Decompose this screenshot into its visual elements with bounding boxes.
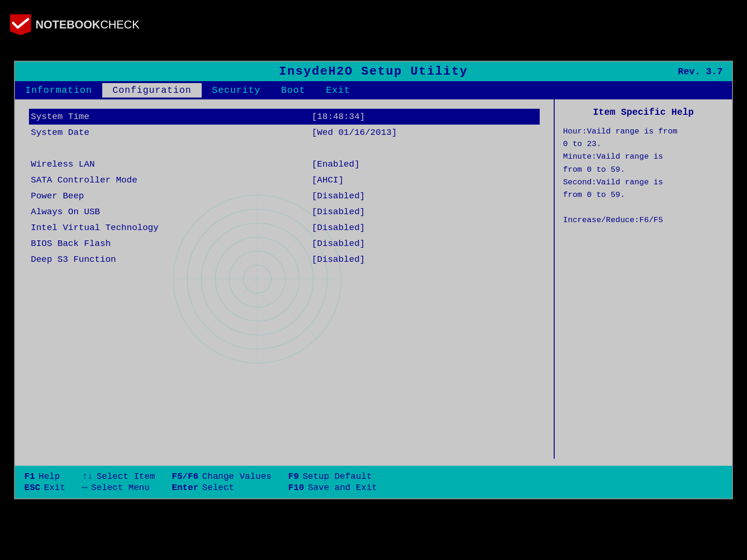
- row-system-date[interactable]: System Date [Wed 01/16/2013]: [29, 125, 540, 140]
- value-system-time: [18:48:34]: [310, 109, 540, 125]
- label-intel-vt: Intel Virtual Technology: [29, 220, 310, 236]
- label-sata-controller: SATA Controller Mode: [29, 172, 310, 188]
- desc-exit: Exit: [44, 483, 65, 493]
- bottom-row-f5f6: F5/F6 Change Values: [172, 471, 271, 482]
- value-system-date: [Wed 01/16/2013]: [310, 125, 540, 140]
- right-panel: Item Specific Help Hour:Vaild range is f…: [555, 99, 732, 459]
- value-deep-s3: [Disabled]: [310, 252, 540, 267]
- bottom-row-f1: F1 Help: [24, 471, 65, 482]
- logo-notebook-text: NOTEBOOK: [35, 18, 100, 31]
- help-title: Item Specific Help: [563, 107, 724, 118]
- bottom-rows-left: F1 Help ESC Exit: [24, 471, 65, 493]
- bottom-row-esc: ESC Exit: [24, 483, 65, 493]
- help-content: Hour:Vaild range is from0 to 23.Minute:V…: [563, 125, 724, 227]
- key-enter: Enter: [172, 483, 198, 493]
- value-intel-vt: [Disabled]: [310, 220, 540, 236]
- row-system-time[interactable]: System Time [18:48:34]: [29, 109, 540, 125]
- bios-title: InsydeH2O Setup Utility: [279, 64, 468, 78]
- key-leftright: ↔: [82, 483, 87, 493]
- desc-setup-default: Setup Default: [303, 471, 372, 482]
- key-f9: F9: [288, 471, 299, 482]
- desc-select-menu: Select Menu: [91, 483, 149, 493]
- row-deep-s3[interactable]: Deep S3 Function [Disabled]: [29, 252, 540, 267]
- key-esc: ESC: [24, 483, 40, 493]
- menu-item-information[interactable]: Information: [15, 83, 102, 98]
- settings-table: System Time [18:48:34] System Date [Wed …: [29, 109, 540, 267]
- row-bios-back-flash[interactable]: BIOS Back Flash [Disabled]: [29, 236, 540, 252]
- row-intel-vt[interactable]: Intel Virtual Technology [Disabled]: [29, 220, 540, 236]
- bottom-rows-f56: F5/F6 Change Values Enter Select: [172, 471, 271, 493]
- bottom-row-enter: Enter Select: [172, 483, 271, 493]
- row-wireless-lan[interactable]: Wireless LAN [Enabled]: [29, 156, 540, 172]
- notebookcheck-logo-icon: [8, 13, 33, 37]
- content-area: System Time [18:48:34] System Date [Wed …: [15, 99, 732, 459]
- bios-screen: InsydeH2O Setup Utility Rev. 3.7 Informa…: [14, 61, 733, 499]
- bottom-row-f10: F10 Save and Exit: [288, 483, 377, 493]
- menu-item-exit[interactable]: Exit: [316, 83, 360, 98]
- label-system-date: System Date: [29, 125, 310, 140]
- menu-item-security[interactable]: Security: [202, 83, 271, 98]
- key-f5f6: F5/F6: [172, 471, 198, 482]
- bottom-rows-right: F9 Setup Default F10 Save and Exit: [288, 471, 377, 493]
- key-f10: F10: [288, 483, 304, 493]
- value-power-beep: [Disabled]: [310, 188, 540, 204]
- label-deep-s3: Deep S3 Function: [29, 252, 310, 267]
- label-power-beep: Power Beep: [29, 188, 310, 204]
- key-updown: ↑↓: [82, 471, 93, 482]
- key-f1: F1: [24, 471, 35, 482]
- desc-save-exit: Save and Exit: [308, 483, 377, 493]
- menu-bar: Information Configuration Security Boot …: [15, 81, 732, 99]
- value-bios-back-flash: [Disabled]: [310, 236, 540, 252]
- bottom-row-f9: F9 Setup Default: [288, 471, 377, 482]
- left-panel: System Time [18:48:34] System Date [Wed …: [15, 99, 555, 459]
- value-always-on-usb: [Disabled]: [310, 204, 540, 220]
- desc-select: Select: [202, 483, 234, 493]
- desc-select-item: Select Item: [97, 471, 155, 482]
- bottom-bar: F1 Help ESC Exit ↑↓ Select Item ↔ Select…: [15, 466, 732, 498]
- menu-item-boot[interactable]: Boot: [271, 83, 316, 98]
- row-power-beep[interactable]: Power Beep [Disabled]: [29, 188, 540, 204]
- label-wireless-lan: Wireless LAN: [29, 156, 310, 172]
- label-always-on-usb: Always On USB: [29, 204, 310, 220]
- bottom-rows-arrows: ↑↓ Select Item ↔ Select Menu: [82, 471, 155, 493]
- logo-area: NOTEBOOKCHECK: [8, 8, 111, 41]
- bottom-row-updown: ↑↓ Select Item: [82, 471, 155, 482]
- menu-item-configuration[interactable]: Configuration: [102, 83, 202, 98]
- desc-change-values: Change Values: [202, 471, 271, 482]
- value-sata-controller: [AHCI]: [310, 172, 540, 188]
- bios-rev: Rev. 3.7: [678, 66, 723, 77]
- desc-help: Help: [39, 471, 60, 482]
- label-bios-back-flash: BIOS Back Flash: [29, 236, 310, 252]
- logo-check-text: CHECK: [100, 18, 140, 31]
- row-sata-controller[interactable]: SATA Controller Mode [AHCI]: [29, 172, 540, 188]
- value-wireless-lan: [Enabled]: [310, 156, 540, 172]
- bottom-row-leftright: ↔ Select Menu: [82, 483, 155, 493]
- help-line-1: Hour:Vaild range is from0 to 23.Minute:V…: [563, 127, 677, 224]
- row-always-on-usb[interactable]: Always On USB [Disabled]: [29, 204, 540, 220]
- title-bar: InsydeH2O Setup Utility Rev. 3.7: [15, 62, 732, 81]
- svg-point-6: [243, 265, 271, 293]
- row-spacer: [29, 140, 540, 156]
- label-system-time: System Time: [29, 109, 310, 125]
